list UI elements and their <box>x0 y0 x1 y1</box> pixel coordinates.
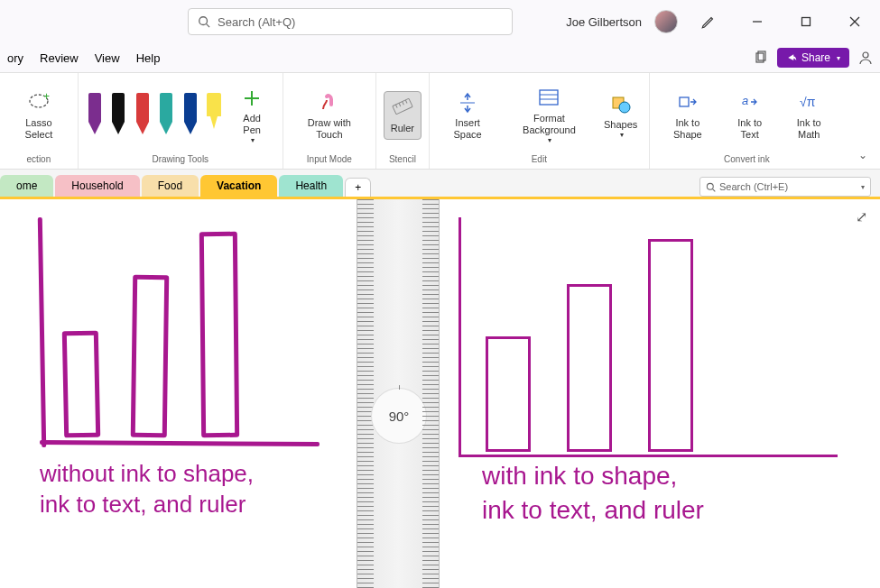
group-label: Stencil <box>389 154 416 167</box>
minimize-button[interactable] <box>739 7 775 36</box>
svg-line-30 <box>713 188 716 191</box>
svg-rect-3 <box>802 18 811 26</box>
svg-text:a: a <box>742 94 748 107</box>
svg-text:+: + <box>43 91 50 103</box>
group-label: Drawing Tools <box>152 154 208 167</box>
add-section-button[interactable]: + <box>345 178 371 197</box>
pen-settings-icon[interactable] <box>690 7 727 36</box>
svg-point-0 <box>199 17 208 25</box>
svg-rect-13 <box>393 99 412 115</box>
insert-space-button[interactable]: Insert Space <box>437 87 498 144</box>
hand-caption: without ink to shape, ink to text, and r… <box>40 459 254 520</box>
svg-text:√π: √π <box>800 95 816 109</box>
close-button[interactable] <box>837 7 873 36</box>
shapes-button[interactable]: Shapes▾ <box>600 88 642 143</box>
pen-tool[interactable] <box>157 93 175 138</box>
ribbon-group-stencil: Ruler Stencil <box>376 73 430 169</box>
svg-point-29 <box>707 183 713 189</box>
search-placeholder: Search (Alt+Q) <box>218 15 295 29</box>
user-name-label: Joe Gilbertson <box>566 15 642 29</box>
ribbon-group-edit: Insert Space Format Background▾ Shapes▾ … <box>430 73 650 169</box>
format-background-button[interactable]: Format Background▾ <box>504 82 594 149</box>
pen-tool[interactable] <box>109 93 127 138</box>
ink-to-shape-button[interactable]: Ink to Shape <box>657 87 718 144</box>
group-label: Convert ink <box>724 154 770 167</box>
highlighter-tool[interactable] <box>205 93 223 138</box>
lasso-label: Lasso Select <box>13 117 65 141</box>
pen-tool[interactable] <box>86 93 104 138</box>
clean-caption: with ink to shape, ink to text, and rule… <box>482 459 704 528</box>
draw-touch-label: Draw with Touch <box>296 117 363 141</box>
ribbon: + Lasso Select ection Add Pen▾ Drawing T… <box>0 72 880 170</box>
ink-shape-label: Ink to Shape <box>662 117 713 141</box>
ribbon-group-input-mode: Draw with Touch Input Mode <box>283 73 376 169</box>
ribbon-group-selection: + Lasso Select ection <box>0 73 79 169</box>
ribbon-group-drawing-tools: Add Pen▾ Drawing Tools <box>79 73 283 169</box>
chevron-down-icon: ▾ <box>837 54 840 62</box>
chevron-down-icon: ▾ <box>861 183 865 191</box>
ink-math-label: Ink to Math <box>786 117 831 141</box>
title-bar: Search (Alt+Q) Joe Gilbertson <box>0 0 880 43</box>
ribbon-collapse[interactable]: ⌄ <box>844 73 880 169</box>
search-icon <box>198 15 210 28</box>
section-tab-vacation[interactable]: Vacation <box>200 175 277 197</box>
ruler-stencil[interactable]: 90° <box>357 199 440 588</box>
add-pen-button[interactable]: Add Pen▾ <box>229 82 275 149</box>
page-search-input[interactable]: Search (Ctrl+E) ▾ <box>699 177 871 197</box>
share-button[interactable]: Share ▾ <box>777 48 849 68</box>
menu-item[interactable]: View <box>95 51 120 65</box>
section-tabs: omeHouseholdFoodVacationHealth + Search … <box>0 170 880 197</box>
svg-rect-26 <box>680 97 689 106</box>
section-tab-home[interactable]: ome <box>0 175 53 197</box>
page-search-placeholder: Search (Ctrl+E) <box>719 181 788 192</box>
expand-icon[interactable]: ⤢ <box>856 208 867 225</box>
section-tab-food[interactable]: Food <box>142 175 199 197</box>
shapes-label: Shapes <box>604 119 637 131</box>
draw-with-touch-button[interactable]: Draw with Touch <box>291 87 368 144</box>
share-icon <box>786 52 797 63</box>
share-label: Share <box>801 51 830 64</box>
svg-point-8 <box>863 52 868 58</box>
svg-rect-21 <box>540 90 558 105</box>
ruler-angle-dial[interactable]: 90° <box>372 389 426 443</box>
ruler-label: Ruler <box>391 123 414 134</box>
menu-bar: ory Review View Help Share ▾ <box>0 43 880 72</box>
group-label: ection <box>27 154 51 167</box>
ink-text-label: Ink to Text <box>729 117 770 141</box>
menu-item[interactable]: Help <box>136 51 161 65</box>
pen-tool[interactable] <box>181 93 199 138</box>
ruler-button[interactable]: Ruler <box>384 91 421 139</box>
lasso-select-button[interactable]: + Lasso Select <box>7 87 70 144</box>
insert-space-label: Insert Space <box>442 117 493 141</box>
group-label: Input Mode <box>307 154 352 167</box>
page-canvas[interactable]: ⤢ without ink to shape, ink to text, and… <box>0 197 880 588</box>
menu-item[interactable]: ory <box>7 51 23 65</box>
search-icon <box>706 182 716 192</box>
menu-item[interactable]: Review <box>40 51 79 65</box>
section-tab-household[interactable]: Household <box>55 175 139 197</box>
pen-tool[interactable] <box>134 93 152 138</box>
ink-to-text-button[interactable]: a Ink to Text <box>724 87 775 144</box>
ink-to-math-button[interactable]: √π Ink to Math <box>781 87 837 144</box>
global-search-input[interactable]: Search (Alt+Q) <box>188 8 513 35</box>
svg-line-1 <box>207 24 210 28</box>
copy-icon[interactable] <box>754 51 768 65</box>
ruler-angle-value: 90° <box>389 409 410 424</box>
section-tab-health[interactable]: Health <box>279 175 343 197</box>
svg-point-25 <box>619 102 630 113</box>
add-pen-label: Add Pen <box>235 113 270 136</box>
avatar[interactable] <box>654 10 678 33</box>
group-label: Edit <box>532 154 547 167</box>
person-icon[interactable] <box>858 51 873 65</box>
ribbon-group-convert-ink: Ink to Shape a Ink to Text √π Ink to Mat… <box>650 73 844 169</box>
maximize-button[interactable] <box>788 7 824 36</box>
format-bg-label: Format Background <box>509 113 588 136</box>
